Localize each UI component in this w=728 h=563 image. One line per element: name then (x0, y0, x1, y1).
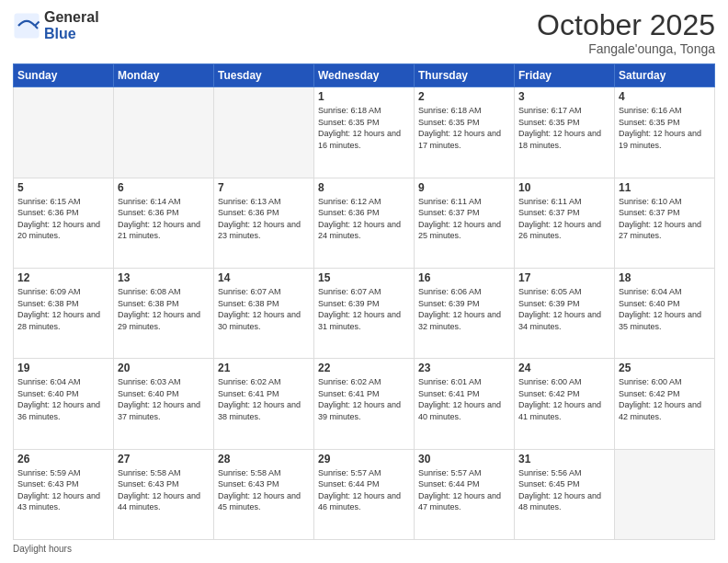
day-info: Sunrise: 5:57 AM Sunset: 6:44 PM Dayligh… (418, 467, 510, 513)
logo: General Blue (13, 9, 99, 41)
day-number: 22 (318, 362, 410, 374)
calendar-subtitle: Fangale'ounga, Tonga (537, 41, 715, 56)
day-info: Sunrise: 5:58 AM Sunset: 6:43 PM Dayligh… (118, 467, 210, 513)
calendar-day-header: Friday (515, 64, 615, 87)
calendar-cell: 7Sunrise: 6:13 AM Sunset: 6:36 PM Daylig… (214, 178, 314, 268)
day-info: Sunrise: 6:09 AM Sunset: 6:38 PM Dayligh… (17, 286, 109, 332)
day-info: Sunrise: 5:57 AM Sunset: 6:44 PM Dayligh… (318, 467, 410, 513)
day-number: 23 (418, 362, 510, 374)
day-number: 25 (619, 362, 711, 374)
title-block: October 2025 Fangale'ounga, Tonga (537, 9, 715, 56)
calendar-cell: 13Sunrise: 6:08 AM Sunset: 6:38 PM Dayli… (114, 268, 214, 358)
day-info: Sunrise: 5:59 AM Sunset: 6:43 PM Dayligh… (17, 467, 109, 513)
calendar-cell: 5Sunrise: 6:15 AM Sunset: 6:36 PM Daylig… (14, 178, 114, 268)
calendar-cell: 11Sunrise: 6:10 AM Sunset: 6:37 PM Dayli… (615, 178, 715, 268)
header: General Blue October 2025 Fangale'ounga,… (13, 9, 715, 56)
calendar-cell: 25Sunrise: 6:00 AM Sunset: 6:42 PM Dayli… (615, 359, 715, 449)
day-info: Sunrise: 6:07 AM Sunset: 6:38 PM Dayligh… (218, 286, 310, 332)
calendar-cell (14, 87, 114, 178)
day-info: Sunrise: 6:16 AM Sunset: 6:35 PM Dayligh… (619, 105, 711, 151)
day-info: Sunrise: 6:17 AM Sunset: 6:35 PM Dayligh… (518, 105, 610, 151)
day-number: 15 (318, 271, 410, 284)
day-number: 27 (118, 453, 210, 465)
calendar-cell: 3Sunrise: 6:17 AM Sunset: 6:35 PM Daylig… (515, 87, 615, 178)
calendar-week-row: 19Sunrise: 6:04 AM Sunset: 6:40 PM Dayli… (14, 359, 715, 449)
day-info: Sunrise: 6:12 AM Sunset: 6:36 PM Dayligh… (318, 196, 410, 242)
calendar-cell: 21Sunrise: 6:02 AM Sunset: 6:41 PM Dayli… (214, 359, 314, 449)
calendar-cell: 27Sunrise: 5:58 AM Sunset: 6:43 PM Dayli… (114, 449, 214, 539)
day-info: Sunrise: 5:56 AM Sunset: 6:45 PM Dayligh… (518, 467, 610, 513)
calendar-cell: 2Sunrise: 6:18 AM Sunset: 6:35 PM Daylig… (415, 87, 515, 178)
day-number: 8 (318, 181, 410, 194)
day-number: 18 (619, 271, 711, 284)
day-info: Sunrise: 6:04 AM Sunset: 6:40 PM Dayligh… (17, 376, 109, 422)
calendar-cell: 8Sunrise: 6:12 AM Sunset: 6:36 PM Daylig… (314, 178, 415, 268)
calendar-day-header: Thursday (415, 64, 515, 87)
logo-blue: Blue (44, 26, 99, 42)
day-info: Sunrise: 6:18 AM Sunset: 6:35 PM Dayligh… (418, 105, 510, 151)
calendar-cell: 17Sunrise: 6:05 AM Sunset: 6:39 PM Dayli… (515, 268, 615, 358)
day-number: 30 (418, 453, 510, 465)
day-number: 2 (418, 90, 510, 103)
day-number: 13 (118, 271, 210, 284)
day-number: 31 (518, 453, 610, 465)
day-info: Sunrise: 6:00 AM Sunset: 6:42 PM Dayligh… (518, 376, 610, 422)
calendar-table: SundayMondayTuesdayWednesdayThursdayFrid… (13, 63, 715, 540)
calendar-cell: 12Sunrise: 6:09 AM Sunset: 6:38 PM Dayli… (14, 268, 114, 358)
day-info: Sunrise: 6:05 AM Sunset: 6:39 PM Dayligh… (518, 286, 610, 332)
day-info: Sunrise: 6:11 AM Sunset: 6:37 PM Dayligh… (518, 196, 610, 242)
day-number: 10 (518, 181, 610, 194)
calendar-title: October 2025 (537, 9, 715, 41)
calendar-cell: 9Sunrise: 6:11 AM Sunset: 6:37 PM Daylig… (415, 178, 515, 268)
calendar-week-row: 1Sunrise: 6:18 AM Sunset: 6:35 PM Daylig… (14, 87, 715, 178)
day-number: 19 (17, 362, 109, 374)
day-number: 21 (218, 362, 310, 374)
calendar-cell: 20Sunrise: 6:03 AM Sunset: 6:40 PM Dayli… (114, 359, 214, 449)
day-info: Sunrise: 6:06 AM Sunset: 6:39 PM Dayligh… (418, 286, 510, 332)
day-number: 17 (518, 271, 610, 284)
calendar-day-header: Saturday (615, 64, 715, 87)
calendar-cell: 30Sunrise: 5:57 AM Sunset: 6:44 PM Dayli… (415, 449, 515, 539)
calendar-header-row: SundayMondayTuesdayWednesdayThursdayFrid… (14, 64, 715, 87)
logo-general: General (44, 9, 99, 26)
calendar-cell: 29Sunrise: 5:57 AM Sunset: 6:44 PM Dayli… (314, 449, 415, 539)
footer: Daylight hours (13, 544, 715, 554)
day-info: Sunrise: 5:58 AM Sunset: 6:43 PM Dayligh… (218, 467, 310, 513)
day-info: Sunrise: 6:04 AM Sunset: 6:40 PM Dayligh… (619, 286, 711, 332)
day-number: 11 (619, 181, 711, 194)
calendar-week-row: 12Sunrise: 6:09 AM Sunset: 6:38 PM Dayli… (14, 268, 715, 358)
calendar-cell: 31Sunrise: 5:56 AM Sunset: 6:45 PM Dayli… (515, 449, 615, 539)
day-info: Sunrise: 6:15 AM Sunset: 6:36 PM Dayligh… (17, 196, 109, 242)
day-number: 14 (218, 271, 310, 284)
day-info: Sunrise: 6:13 AM Sunset: 6:36 PM Dayligh… (218, 196, 310, 242)
calendar-cell: 6Sunrise: 6:14 AM Sunset: 6:36 PM Daylig… (114, 178, 214, 268)
day-number: 12 (17, 271, 109, 284)
day-info: Sunrise: 6:02 AM Sunset: 6:41 PM Dayligh… (318, 376, 410, 422)
calendar-cell: 26Sunrise: 5:59 AM Sunset: 6:43 PM Dayli… (14, 449, 114, 539)
day-number: 3 (518, 90, 610, 103)
day-number: 4 (619, 90, 711, 103)
logo-text: General Blue (44, 9, 99, 41)
calendar-day-header: Sunday (14, 64, 114, 87)
calendar-cell: 18Sunrise: 6:04 AM Sunset: 6:40 PM Dayli… (615, 268, 715, 358)
day-info: Sunrise: 6:00 AM Sunset: 6:42 PM Dayligh… (619, 376, 711, 422)
day-info: Sunrise: 6:07 AM Sunset: 6:39 PM Dayligh… (318, 286, 410, 332)
calendar-cell: 1Sunrise: 6:18 AM Sunset: 6:35 PM Daylig… (314, 87, 415, 178)
day-info: Sunrise: 6:11 AM Sunset: 6:37 PM Dayligh… (418, 196, 510, 242)
day-number: 5 (17, 181, 109, 194)
day-info: Sunrise: 6:18 AM Sunset: 6:35 PM Dayligh… (318, 105, 410, 151)
day-number: 28 (218, 453, 310, 465)
calendar-cell: 22Sunrise: 6:02 AM Sunset: 6:41 PM Dayli… (314, 359, 415, 449)
calendar-week-row: 5Sunrise: 6:15 AM Sunset: 6:36 PM Daylig… (14, 178, 715, 268)
day-number: 24 (518, 362, 610, 374)
calendar-cell: 15Sunrise: 6:07 AM Sunset: 6:39 PM Dayli… (314, 268, 415, 358)
calendar-cell (214, 87, 314, 178)
day-info: Sunrise: 6:08 AM Sunset: 6:38 PM Dayligh… (118, 286, 210, 332)
calendar-day-header: Monday (114, 64, 214, 87)
day-number: 29 (318, 453, 410, 465)
calendar-cell: 4Sunrise: 6:16 AM Sunset: 6:35 PM Daylig… (615, 87, 715, 178)
calendar-day-header: Wednesday (314, 64, 415, 87)
day-number: 20 (118, 362, 210, 374)
day-info: Sunrise: 6:10 AM Sunset: 6:37 PM Dayligh… (619, 196, 711, 242)
calendar-week-row: 26Sunrise: 5:59 AM Sunset: 6:43 PM Dayli… (14, 449, 715, 539)
